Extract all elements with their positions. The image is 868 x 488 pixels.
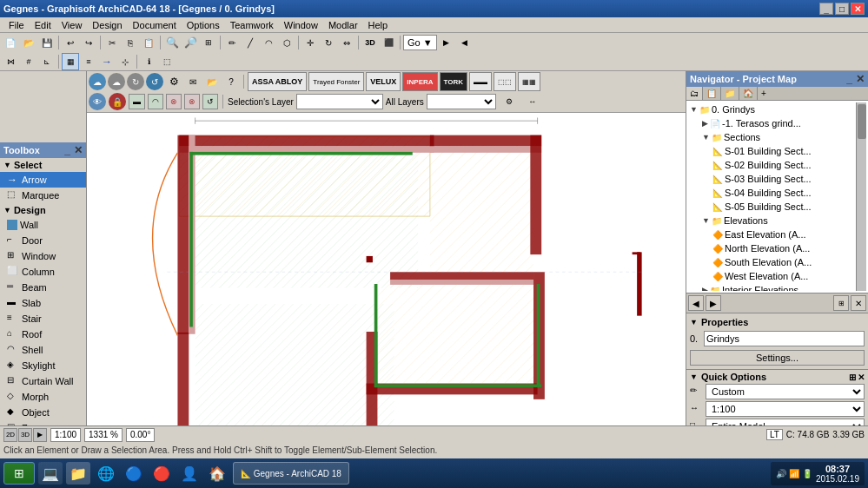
menu-help[interactable]: Help	[363, 19, 394, 31]
tree-item-s02[interactable]: 📐 S-02 Building Sect...	[688, 158, 856, 172]
menu-view[interactable]: View	[56, 19, 88, 31]
grid-btn[interactable]: #	[20, 53, 37, 70]
paste-btn[interactable]: 📋	[140, 34, 157, 51]
toolbox-item-wall[interactable]: Wall	[0, 217, 86, 233]
wall-mode-btn[interactable]: ≡	[80, 53, 97, 70]
toolbox-item-slab[interactable]: ▬ Slab	[0, 295, 86, 311]
properties-name-input[interactable]	[704, 331, 865, 346]
tree-item-west[interactable]: 🔶 West Elevation (A...	[688, 269, 856, 283]
toolbox-item-skylight[interactable]: ◈ Skylight	[0, 358, 86, 373]
lib-icon-1[interactable]: ASSA ABLOY	[248, 72, 307, 91]
maximize-button[interactable]: □	[835, 3, 849, 15]
toolbox-item-window[interactable]: ⊞ Window	[0, 248, 86, 264]
tree-item-s01[interactable]: 📐 S-01 Building Sect...	[688, 144, 856, 158]
navigator-close[interactable]: ✕	[856, 73, 865, 85]
taskbar-app-5[interactable]: 🔴	[149, 462, 174, 485]
toolbox-item-stair[interactable]: ≡ Stair	[0, 311, 86, 326]
tree-item-m1[interactable]: ▶ 📄 -1. Terasos grind...	[688, 116, 856, 130]
select-mode-btn[interactable]: ▦	[62, 53, 79, 70]
taskbar-app-4[interactable]: 🔵	[122, 462, 146, 485]
settings-button[interactable]: Settings...	[690, 350, 865, 366]
redo-btn[interactable]: ↪	[80, 34, 97, 51]
taskbar-app-7[interactable]: 🏠	[205, 462, 229, 485]
tree-item-north[interactable]: 🔶 North Elevation (A...	[688, 241, 856, 255]
navigator-minimize[interactable]: _	[846, 73, 852, 85]
tree-item-sections[interactable]: ▼ 📁 Sections	[688, 130, 856, 144]
layer-btn[interactable]: ⬚	[158, 53, 176, 70]
taskbar-app-6[interactable]: 👤	[177, 462, 202, 485]
render-btn[interactable]: ⬛	[380, 34, 397, 51]
menu-options[interactable]: Options	[182, 19, 225, 31]
move-btn[interactable]: ✛	[301, 34, 319, 51]
view-btn-1[interactable]: 2D	[3, 428, 17, 442]
qo-scale-select[interactable]: 1:100	[706, 401, 865, 417]
tree-item-root[interactable]: ▼ 📁 0. Grindys	[688, 102, 856, 116]
layer-eye-btn[interactable]: 👁	[89, 93, 106, 110]
layer-toggle-btn[interactable]: ↔	[522, 93, 543, 110]
toolbox-item-arrow[interactable]: → Arrow	[0, 172, 86, 188]
go-btn[interactable]: ▶	[438, 34, 455, 51]
zoom-out-btn[interactable]: 🔎	[182, 34, 199, 51]
question-btn[interactable]: ?	[222, 73, 240, 90]
nav-settings-btn[interactable]: ✕	[851, 295, 866, 311]
menu-file[interactable]: File	[3, 19, 30, 31]
zoom-display[interactable]: 1331 %	[84, 428, 123, 442]
taskbar-active-window[interactable]: 📐 Gegnes - ArchiCAD 18	[233, 462, 349, 485]
view-btn-3[interactable]: ▶	[33, 428, 47, 442]
toolbox-section-design[interactable]: ▼ Design	[0, 203, 86, 217]
cut-btn[interactable]: ✂	[103, 34, 121, 51]
scale-display[interactable]: 1:100	[50, 428, 81, 442]
nav-tab-3[interactable]: 📁	[721, 87, 739, 100]
nav-expand-btn[interactable]: ⊞	[833, 295, 849, 311]
taskbar-app-1[interactable]: 💻	[38, 462, 63, 485]
toolbox-item-column[interactable]: ⬜ Column	[0, 264, 86, 280]
new-btn[interactable]: 📄	[2, 34, 19, 51]
qo-custom-select[interactable]: Custom	[706, 384, 865, 399]
lib-icon-8[interactable]: ▦▦	[518, 72, 540, 91]
zoom-in-btn[interactable]: 🔍	[163, 34, 181, 51]
close-button[interactable]: ✕	[851, 3, 865, 15]
toolbox-item-marquee[interactable]: ⬚ Marquee	[0, 188, 86, 203]
angle-display[interactable]: 0.00°	[126, 428, 155, 442]
qo-close-icon[interactable]: ✕	[858, 373, 865, 382]
snap-btn[interactable]: ⋈	[2, 53, 19, 70]
start-button[interactable]: ⊞	[3, 462, 35, 485]
menu-modlar[interactable]: Modlar	[323, 19, 363, 31]
toolbox-item-roof[interactable]: ⌂ Roof	[0, 326, 86, 342]
nav-scrollbar[interactable]	[856, 102, 866, 291]
all-layers-selector[interactable]	[427, 94, 496, 109]
menu-document[interactable]: Document	[128, 19, 182, 31]
lib-icon-7[interactable]: ⬚⬚	[494, 72, 516, 91]
minimize-button[interactable]: _	[819, 3, 833, 15]
lib-icon-2[interactable]: Trayed Fonster	[308, 72, 364, 91]
cloud-btn2[interactable]: ☁	[108, 73, 125, 90]
toolbox-item-object[interactable]: ◆ Object	[0, 405, 86, 420]
open-btn[interactable]: 📂	[20, 34, 37, 51]
tree-item-s05[interactable]: 📐 S-05 Building Sect...	[688, 200, 856, 214]
tree-item-s04[interactable]: 📐 S-04 Building Sect...	[688, 186, 856, 200]
taskbar-app-3[interactable]: 🌐	[94, 462, 118, 485]
menu-design[interactable]: Design	[87, 19, 127, 31]
pen-btn[interactable]: ✏	[223, 34, 241, 51]
mirror-btn[interactable]: ⇔	[338, 34, 355, 51]
toolbox-item-beam[interactable]: ═ Beam	[0, 280, 86, 295]
cloud-btn3[interactable]: ↻	[127, 73, 144, 90]
poly-btn[interactable]: ⬡	[278, 34, 295, 51]
line-btn[interactable]: ╱	[242, 34, 259, 51]
arrow-mode-btn[interactable]: →	[98, 53, 116, 70]
folder2-btn[interactable]: 📂	[203, 73, 221, 90]
3d-btn[interactable]: 3D	[361, 34, 379, 51]
toolbox-minimize[interactable]: _	[64, 144, 70, 156]
email-btn[interactable]: ✉	[184, 73, 202, 90]
nav-tab-new[interactable]: +	[758, 87, 770, 100]
tree-item-east[interactable]: 🔶 East Elevation (A...	[688, 228, 856, 241]
go-input[interactable]: Go ▼	[403, 35, 437, 50]
layer-lock-btn[interactable]: 🔒	[109, 93, 126, 110]
cursor-btn[interactable]: ⊹	[116, 53, 134, 70]
info-btn[interactable]: ℹ	[140, 53, 157, 70]
copy-btn[interactable]: ⎘	[122, 34, 139, 51]
toolbox-item-door[interactable]: ⌐ Door	[0, 233, 86, 248]
nav-prev-btn[interactable]: ◀	[688, 295, 704, 311]
qo-expand-icon[interactable]: ⊞	[849, 373, 856, 382]
lib-icon-3[interactable]: VELUX	[366, 72, 401, 91]
